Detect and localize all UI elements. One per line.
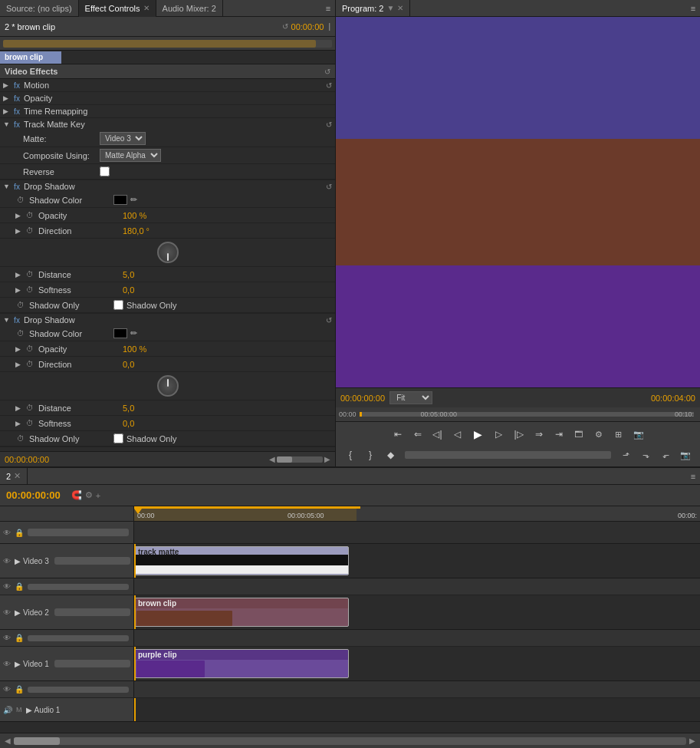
- opacity-1-value[interactable]: 100 %: [123, 211, 146, 220]
- ec-scrollbar[interactable]: [277, 456, 323, 463]
- distance-1-stopwatch-icon[interactable]: ⏱: [25, 270, 35, 278]
- tab-effect-controls[interactable]: Effect Controls ✕: [79, 0, 156, 17]
- shadow-color-1-stopwatch-icon[interactable]: ⏱: [15, 196, 26, 204]
- shadow-only-2-checkbox[interactable]: [113, 433, 123, 443]
- mark-out-btn[interactable]: }: [362, 446, 379, 463]
- drop-shadow-2-reset[interactable]: ↺: [326, 316, 332, 325]
- matte-select[interactable]: Video 3 Video 2 Video 1: [100, 132, 146, 145]
- timeline-settings-icon[interactable]: ⚙: [85, 490, 93, 500]
- direction-2-expand-arrow[interactable]: ▶: [15, 361, 23, 368]
- settings-btn[interactable]: ⚙: [590, 426, 607, 443]
- export-frame-btn[interactable]: 🗔: [570, 426, 587, 443]
- opacity-2-expand-arrow[interactable]: ▶: [15, 345, 23, 353]
- softness-1-stopwatch-icon[interactable]: ⏱: [25, 285, 35, 294]
- prev-frame-btn[interactable]: ◁: [449, 426, 466, 443]
- ec-scroll-right-btn[interactable]: ▶: [324, 455, 330, 463]
- clip-timecode[interactable]: 00:00:00: [291, 22, 324, 31]
- tab-audio-mixer[interactable]: Audio Mixer: 2: [156, 0, 223, 17]
- track-fader-v1[interactable]: [54, 660, 130, 667]
- direction-1-stopwatch-icon[interactable]: ⏱: [25, 226, 35, 235]
- track-matte-key-reset[interactable]: ↺: [326, 120, 332, 129]
- program-monitor-menu-btn[interactable]: ≡: [686, 0, 700, 17]
- track-vis-icon-v3[interactable]: 👁: [3, 557, 11, 565]
- track-arrow-v2[interactable]: ▶: [15, 608, 21, 617]
- program-fit-select[interactable]: Fit 100% 50%: [389, 391, 432, 404]
- motion-effect-header[interactable]: ▶ fx Motion ↺: [0, 79, 335, 91]
- track-vis-icon-v2-sub[interactable]: 👁: [3, 634, 11, 642]
- distance-1-value[interactable]: 5,0: [123, 270, 134, 279]
- next-frame-btn[interactable]: ▷: [491, 426, 508, 443]
- extract-btn[interactable]: ⬎: [637, 446, 654, 463]
- distance-2-expand-arrow[interactable]: ▶: [15, 404, 23, 412]
- shadow-color-2-eyedropper-icon[interactable]: ✏: [130, 328, 137, 338]
- drop-shadow-1-header[interactable]: ▼ fx Drop Shadow ↺: [0, 180, 335, 193]
- track-fader-v1-sub[interactable]: [28, 687, 129, 693]
- program-current-timecode[interactable]: 00:00:00:00: [340, 394, 385, 403]
- insert-btn[interactable]: ⬐: [657, 446, 674, 463]
- go-to-out-btn[interactable]: ⇥: [550, 426, 567, 443]
- tl-scroll-left-btn[interactable]: ◀: [5, 736, 11, 745]
- tl-scroll-right-btn[interactable]: ▶: [689, 736, 695, 745]
- direction-1-expand-arrow[interactable]: ▶: [15, 227, 23, 235]
- shadow-color-1-swatch[interactable]: [113, 195, 127, 205]
- track-vis-icon-v2[interactable]: 👁: [3, 608, 11, 617]
- opacity-1-stopwatch-icon[interactable]: ⏱: [25, 211, 35, 219]
- track-vis-icon-a1[interactable]: 🔊: [3, 706, 12, 714]
- ec-bottom-timecode[interactable]: 00:00:00:00: [5, 455, 49, 464]
- ec-scrollbar-thumb[interactable]: [277, 456, 292, 463]
- mark-in-btn[interactable]: {: [342, 446, 359, 463]
- video-effects-reset-btn[interactable]: ↺: [324, 68, 330, 76]
- softness-1-expand-arrow[interactable]: ▶: [15, 286, 23, 294]
- direction-2-stopwatch-icon[interactable]: ⏱: [25, 360, 35, 368]
- direction-2-dial[interactable]: [157, 375, 179, 397]
- shadow-color-2-swatch[interactable]: [113, 328, 127, 338]
- shadow-only-1-stopwatch-icon[interactable]: ⏱: [15, 301, 26, 309]
- timeline-menu-btn[interactable]: ≡: [686, 468, 700, 485]
- shadow-color-2-stopwatch-icon[interactable]: ⏱: [15, 329, 26, 338]
- drop-shadow-1-reset[interactable]: ↺: [326, 183, 332, 191]
- track-matte-key-header[interactable]: ▼ fx Track Matte Key ↺: [0, 118, 335, 130]
- track-lock-icon-v1-sub[interactable]: 🔒: [15, 685, 24, 694]
- motion-reset-icon[interactable]: ↺: [326, 81, 332, 90]
- track-vis-icon-empty[interactable]: 👁: [3, 529, 11, 537]
- track-fader-v3-sub[interactable]: [28, 584, 129, 590]
- direction-2-value[interactable]: 0,0: [123, 360, 134, 369]
- tab-program-monitor[interactable]: Program: 2 ▼ ✕: [336, 0, 410, 17]
- safe-margins-btn[interactable]: ⊞: [610, 426, 627, 443]
- tl-horizontal-scrollbar[interactable]: [14, 737, 686, 745]
- track-lock-icon-empty[interactable]: 🔒: [15, 529, 24, 537]
- track-vis-icon-v1[interactable]: 👁: [3, 660, 11, 668]
- distance-2-value[interactable]: 5,0: [123, 404, 134, 413]
- trim-next-btn[interactable]: |▷: [511, 426, 527, 443]
- track-fader-v3[interactable]: [54, 557, 130, 565]
- overwrite-btn[interactable]: 📷: [677, 446, 694, 463]
- track-lock-icon-v2-sub[interactable]: 🔒: [15, 634, 24, 642]
- ruler-track[interactable]: 00:05:00:00 00:10:: [360, 412, 694, 417]
- camera-btn[interactable]: 📷: [630, 426, 647, 443]
- lift-btn[interactable]: ⬏: [617, 446, 634, 463]
- softness-1-value[interactable]: 0,0: [123, 285, 134, 295]
- track-arrow-a1[interactable]: ▶: [26, 706, 32, 714]
- track-vis-icon-v1-sub[interactable]: 👁: [3, 685, 11, 694]
- program-monitor-dropdown-icon[interactable]: ▼: [386, 4, 394, 12]
- tl-scrollbar-thumb[interactable]: [14, 737, 60, 745]
- step-back-btn[interactable]: ⇐: [409, 426, 426, 443]
- clip-track-matte[interactable]: track matte: [134, 546, 349, 575]
- track-arrow-v3[interactable]: ▶: [15, 557, 21, 565]
- close-effect-tab-icon[interactable]: ✕: [143, 4, 150, 12]
- opacity-1-expand-arrow[interactable]: ▶: [15, 212, 23, 219]
- track-fader-v2-sub[interactable]: [28, 635, 129, 641]
- composite-using-select[interactable]: Matte Alpha Matte Luma: [100, 149, 161, 162]
- go-to-in-btn[interactable]: ⇤: [389, 426, 406, 443]
- track-fader-empty[interactable]: [28, 529, 129, 536]
- drop-shadow-2-header[interactable]: ▼ fx Drop Shadow ↺: [0, 314, 335, 326]
- opacity-2-stopwatch-icon[interactable]: ⏱: [25, 344, 35, 353]
- distance-2-stopwatch-icon[interactable]: ⏱: [25, 404, 35, 412]
- shadow-only-2-stopwatch-icon[interactable]: ⏱: [15, 434, 26, 443]
- snap-icon[interactable]: 🧲: [71, 490, 82, 500]
- clip-brown[interactable]: brown clip: [134, 598, 349, 627]
- opacity-2-value[interactable]: 100 %: [123, 344, 146, 354]
- step-forward-btn[interactable]: ⇒: [531, 426, 547, 443]
- direction-1-value[interactable]: 180,0 °: [123, 226, 150, 236]
- reverse-checkbox[interactable]: [100, 166, 110, 176]
